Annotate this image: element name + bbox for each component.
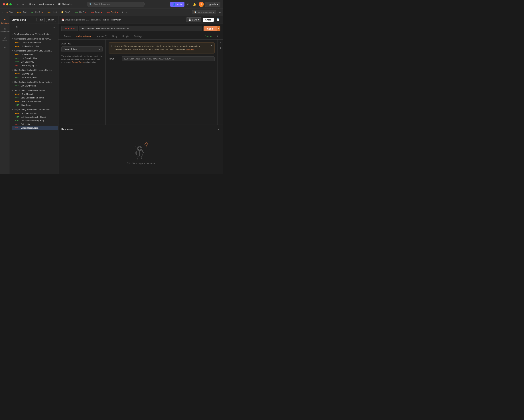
list-item[interactable]: POST Host Authentication xyxy=(12,44,58,48)
list-item[interactable]: POST Stay Upload xyxy=(12,92,58,96)
layout-toggle[interactable]: ⊞ xyxy=(218,10,222,15)
new-button[interactable]: New xyxy=(36,18,45,22)
tab-authorization[interactable]: Authorization xyxy=(74,34,93,39)
auth-type-select[interactable]: Bearer Token ▾ xyxy=(61,46,103,52)
tab-scripts[interactable]: Scripts xyxy=(120,34,131,39)
tab-get-list2[interactable]: GET List F xyxy=(73,10,89,15)
bearer-token-link[interactable]: Bearer Token xyxy=(72,61,84,63)
list-item[interactable]: GET Get Stay by ID xyxy=(12,60,58,64)
item-label: List Stay by Host xyxy=(21,85,36,87)
collection-group-header-7[interactable]: ▼ StayBooking Backend 07. Reservation xyxy=(9,108,58,111)
environment-selector[interactable]: 📋 No environment ▾ xyxy=(192,10,216,14)
collection-group-header-5[interactable]: ▼ StayBooking Backend 05. Token Prote... xyxy=(9,80,58,84)
close-button[interactable] xyxy=(3,3,5,5)
response-expand-btn[interactable]: ▾ xyxy=(217,127,220,131)
forward-button[interactable]: → xyxy=(21,2,26,7)
share-button[interactable]: Share xyxy=(203,18,214,22)
method-get-badge: GET xyxy=(15,119,20,122)
sidebar-item-environments[interactable]: ⊞ Environments xyxy=(1,26,9,34)
code-icon[interactable]: </> xyxy=(215,34,220,39)
settings-button[interactable]: ⚙ xyxy=(186,2,191,7)
upgrade-button[interactable]: Upgrade ▾ xyxy=(205,2,220,7)
tab-post-host[interactable]: POST Host xyxy=(45,10,59,15)
list-item[interactable]: GET Stay Search xyxy=(12,103,58,107)
more-options-btn[interactable]: ··· xyxy=(53,25,56,29)
collection-group-header-1[interactable]: ▶ StayBooking Backend 01. User Regist... xyxy=(9,32,58,36)
tab-settings[interactable]: Settings xyxy=(132,34,144,39)
list-item[interactable]: DEL Delete Stay xyxy=(12,122,58,126)
import-button[interactable]: Import xyxy=(46,18,56,22)
collection-group-5: ▼ StayBooking Backend 05. Token Prote...… xyxy=(9,80,58,88)
method-post-badge: POST xyxy=(15,112,20,114)
list-item[interactable]: GET List Stays by Host xyxy=(12,76,58,79)
search-bar[interactable]: 🔍 Search Postman xyxy=(87,2,145,7)
sort-btn[interactable]: ⇅ xyxy=(15,25,19,29)
avatar[interactable]: S xyxy=(199,2,204,7)
group-5-items: GET List Stay by Host xyxy=(9,84,58,88)
collection-group-6: ▼ StayBooking Backend 06. Search POST St… xyxy=(9,88,58,107)
tab-del-delet1[interactable]: DEL Delet xyxy=(89,10,105,15)
docs-icon[interactable]: 📄 xyxy=(215,17,220,22)
list-item[interactable]: POST Stay Upload xyxy=(12,72,58,76)
list-item[interactable]: POST Stay Upload xyxy=(12,53,58,56)
item-label: Delete Reservation xyxy=(21,127,38,129)
tab-del-delet2[interactable]: DEL Delet xyxy=(105,10,120,15)
tab-nav-right[interactable]: › xyxy=(125,10,128,14)
list-item[interactable]: POST Guest Authentication xyxy=(12,41,58,44)
sidebar-item-collections[interactable]: ☰ Collections xyxy=(1,17,9,25)
list-item[interactable]: GET List Reservations by Guest xyxy=(12,115,58,119)
right-panel-icons: ⇅ ℹ xyxy=(218,40,223,125)
collection-group-header-4[interactable]: ▼ StayBooking Backend 04. Image Servi... xyxy=(9,68,58,72)
tab-stay[interactable]: Stay xyxy=(4,10,15,15)
method-get-badge: GET xyxy=(15,61,20,63)
add-collection-btn[interactable]: + xyxy=(12,25,15,29)
collection-group-header-2[interactable]: ▼ StayBooking Backend 02. Token Auth... xyxy=(9,37,58,41)
sidebar-item-history[interactable]: ◷ History xyxy=(1,35,9,43)
tab-post-add[interactable]: POST Add xyxy=(15,10,29,15)
list-item-active[interactable]: DEL Delete Reservation xyxy=(12,126,58,130)
maximize-button[interactable] xyxy=(9,3,12,5)
list-item[interactable]: GET List Stay by Host xyxy=(12,84,58,88)
list-item[interactable]: GET List Reservations by Stay xyxy=(12,119,58,122)
tab-params[interactable]: Params xyxy=(61,34,73,39)
send-button[interactable]: Send xyxy=(203,26,217,31)
list-item[interactable]: DEL Delete Stay by ID xyxy=(12,64,58,67)
collection-group-header-6[interactable]: ▼ StayBooking Backend 06. Search xyxy=(9,88,58,92)
tab-body[interactable]: Body xyxy=(110,34,120,39)
collection-group-header-3[interactable]: ▼ StayBooking Backend 03. Stay Manag... xyxy=(9,49,58,53)
resize-icon[interactable]: ⇅ xyxy=(218,41,222,45)
tab-stayb[interactable]: 📁 StayB xyxy=(59,9,73,15)
save-button[interactable]: 💾 Save ▾ xyxy=(186,17,201,22)
invite-button[interactable]: 👤 Invite xyxy=(170,2,184,7)
new-tab-button[interactable]: + xyxy=(120,10,125,15)
url-input[interactable] xyxy=(79,26,202,31)
breadcrumb-collection[interactable]: StayBooking Backend 07. Reservation xyxy=(65,19,101,21)
send-dropdown[interactable]: ▾ xyxy=(217,26,220,31)
alert-close-button[interactable]: ✕ xyxy=(210,44,213,47)
workspaces-menu-item[interactable]: Workspaces ▾ xyxy=(39,3,54,6)
method-selector[interactable]: DELETE ▾ xyxy=(61,26,78,31)
list-item[interactable]: GET Stay Geolocation Search xyxy=(12,96,58,100)
list-item[interactable]: POST Guest Authentication xyxy=(12,100,58,103)
titlebar-nav: ← → xyxy=(15,2,26,7)
notifications-button[interactable]: 🔔 xyxy=(192,2,197,7)
back-button[interactable]: ← xyxy=(15,2,20,7)
list-item[interactable]: POST Add Reservation xyxy=(12,111,58,115)
info-panel-icon[interactable]: ℹ xyxy=(219,46,222,50)
list-item[interactable]: GET List Stays by Host xyxy=(12,56,58,60)
chevron-down-icon: ▼ xyxy=(12,50,13,52)
variables-link[interactable]: variables xyxy=(186,48,194,50)
minimize-button[interactable] xyxy=(6,3,8,5)
sidebar-item-more[interactable]: ⊞ xyxy=(1,43,9,51)
breadcrumb: 📅 StayBooking Backend 07. Reservation / … xyxy=(61,18,121,21)
history-icon: ◷ xyxy=(4,36,6,39)
api-network-menu-item[interactable]: API Network ▾ xyxy=(58,3,73,6)
home-menu-item[interactable]: Home xyxy=(29,3,35,6)
tab-get-list[interactable]: GET List F xyxy=(29,10,45,15)
tab-nav-left[interactable]: ‹ xyxy=(1,10,4,14)
chevron-down-icon: ▼ xyxy=(12,38,13,40)
tab-headers[interactable]: Headers (7) xyxy=(94,34,109,39)
token-input[interactable]: eyJhbGciOiJIUzI1NiJ9.eyJzdWIiOiJ2aW5jZW.… xyxy=(122,56,215,61)
collections-list: ▶ StayBooking Backend 01. User Regist...… xyxy=(9,31,58,174)
cookies-link[interactable]: Cookies xyxy=(204,35,212,38)
